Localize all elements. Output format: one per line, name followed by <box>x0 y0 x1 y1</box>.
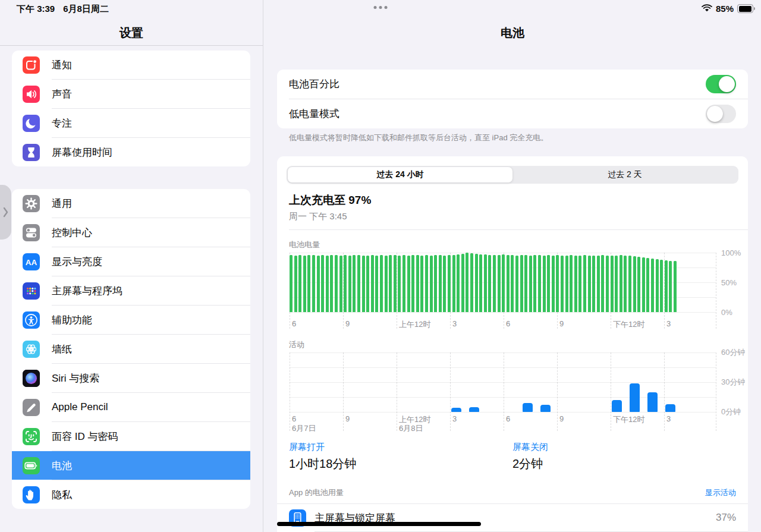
focus-icon <box>23 115 40 132</box>
show-activity-link[interactable]: 显示活动 <box>705 487 736 498</box>
segment-last-24h[interactable]: 过去 24 小时 <box>288 167 512 182</box>
low-power-mode-toggle[interactable] <box>706 105 736 123</box>
sidebar-item-apple-pencil[interactable]: Apple Pencil <box>12 393 250 421</box>
y-tick-label: 60分钟 <box>721 347 745 358</box>
battery-level-bar <box>366 256 369 312</box>
x-tick-label: 9 <box>559 319 564 328</box>
battery-level-bar <box>547 255 550 312</box>
x-tick-label: 3 <box>452 319 457 328</box>
battery-level-bar <box>398 256 401 312</box>
battery-level-bar <box>425 255 428 312</box>
battery-level-bar <box>561 256 564 312</box>
sidebar-item-face-id-passcode[interactable]: 面容 ID 与密码 <box>12 422 250 451</box>
battery-level-bar <box>646 258 649 312</box>
battery-level-bar <box>290 255 293 312</box>
battery-level-bar <box>498 255 501 312</box>
sidebar-group: 通知声音专注屏幕使用时间 <box>12 51 250 166</box>
battery-level-bar <box>416 255 419 312</box>
multitasking-dots-icon[interactable] <box>374 6 388 9</box>
gridline <box>290 367 716 368</box>
sidebar-item-label: 通知 <box>52 58 72 72</box>
x-tick-label: 9 <box>345 414 350 423</box>
sidebar-item-screen-time[interactable]: 屏幕使用时间 <box>12 138 250 166</box>
y-tick-label: 50% <box>721 278 737 287</box>
activity-bar <box>469 407 479 412</box>
sidebar-item-general[interactable]: 通用 <box>12 189 250 218</box>
battery-level-bar <box>475 254 478 312</box>
battery-level-bar <box>294 256 297 312</box>
battery-level-bar <box>570 255 573 312</box>
gridline <box>450 352 451 431</box>
screen-off-stat: 屏幕关闭 2分钟 <box>512 442 736 472</box>
battery-level-bar <box>452 255 455 312</box>
sidebar-item-home-screen-dock[interactable]: 主屏幕与程序坞 <box>12 276 250 305</box>
sidebar-item-siri-search[interactable]: Siri 与搜索 <box>12 364 250 392</box>
screen-on-value: 1小时18分钟 <box>289 456 512 472</box>
battery-level-bar <box>592 256 595 312</box>
battery-level-bar <box>321 255 324 312</box>
battery-level-bar <box>583 255 586 312</box>
battery-level-bar <box>303 256 306 312</box>
sidebar-item-label: 通用 <box>52 197 72 210</box>
activity-chart-title: 活动 <box>289 339 736 350</box>
sidebar-list[interactable]: 通知声音专注屏幕使用时间通用控制中心AA显示与亮度主屏幕与程序坞辅助功能墙纸Si… <box>0 46 263 532</box>
sidebar-item-label: 专注 <box>52 117 72 130</box>
battery-level-bar <box>651 259 654 312</box>
battery-level-bar <box>371 255 374 312</box>
battery-level-bar <box>552 256 555 312</box>
activity-bar <box>612 400 622 412</box>
battery-level-bar <box>307 255 310 312</box>
last-charge-subtitle: 周一 下午 3:45 <box>289 211 736 222</box>
slideover-handle[interactable] <box>0 185 11 240</box>
battery-level-bar <box>394 255 397 312</box>
battery-level-bar <box>502 254 505 312</box>
battery-level-bar <box>344 255 347 312</box>
sidebar-item-wallpaper[interactable]: 墙纸 <box>12 335 250 363</box>
low-power-footnote: 低电量模式将暂时降低如下载和邮件抓取等后台活动，直至 iPad 完全充电。 <box>289 133 736 142</box>
sidebar-item-display-brightness[interactable]: AA显示与亮度 <box>12 247 250 276</box>
sidebar-item-label: 辅助功能 <box>52 313 92 327</box>
activity-bar <box>647 392 658 412</box>
battery-level-bar <box>633 256 636 312</box>
ipad-screen: 下午 3:39 6月8日周二 85% 设置 通知声音专注屏幕使用时间通用控制中心… <box>0 0 761 532</box>
battery-level-chart-title: 电池电量 <box>289 240 736 250</box>
home-indicator[interactable] <box>277 522 481 526</box>
x-tick-sublabel: 6月7日 <box>292 423 316 434</box>
app-usage-header: App 的电池用量 <box>289 487 344 498</box>
sidebar-group: 通用控制中心AA显示与亮度主屏幕与程序坞辅助功能墙纸Siri 与搜索Apple … <box>12 189 250 509</box>
activity-bar <box>630 383 640 412</box>
faceid-icon <box>23 428 40 445</box>
battery-level-bar <box>326 256 329 312</box>
battery-level-bar <box>402 255 405 312</box>
sidebar-item-battery[interactable]: 电池 <box>12 451 250 480</box>
screen-time-icon <box>23 144 40 161</box>
gridline <box>716 253 716 329</box>
app-usage-percent: 37% <box>716 512 736 524</box>
sidebar-item-focus[interactable]: 专注 <box>12 109 250 137</box>
activity-bar <box>523 403 533 412</box>
screen-on-stat: 屏幕打开 1小时18分钟 <box>289 442 512 472</box>
sidebar-item-sounds[interactable]: 声音 <box>12 80 250 108</box>
siri-icon <box>23 370 40 387</box>
svg-text:AA: AA <box>26 257 37 266</box>
battery-percentage-toggle[interactable] <box>706 75 736 93</box>
control-center-icon <box>23 224 40 241</box>
y-tick-label: 100% <box>721 248 741 257</box>
battery-level-bar <box>298 255 301 312</box>
battery-level-bar <box>660 260 663 312</box>
sidebar-item-accessibility[interactable]: 辅助功能 <box>12 306 250 334</box>
page-title: 电池 <box>264 25 761 41</box>
sidebar-item-control-center[interactable]: 控制中心 <box>12 218 250 247</box>
activity-bar <box>665 404 675 412</box>
battery-level-chart: 69上午12时369下午12时3100%50%0% <box>277 253 748 329</box>
battery-level-bar <box>529 256 532 312</box>
status-time: 下午 3:39 <box>17 4 55 15</box>
x-tick-label: 6 <box>292 319 296 328</box>
activity-bar <box>451 408 461 412</box>
battery-level-bar <box>515 256 518 312</box>
gridline <box>290 382 716 383</box>
sidebar-item-privacy[interactable]: 隐私 <box>12 480 250 509</box>
segment-last-2days[interactable]: 过去 2 天 <box>512 167 737 182</box>
app-usage-row-home-lock-screen[interactable]: 主屏幕与锁定屏幕37% <box>277 504 748 531</box>
sidebar-item-notifications[interactable]: 通知 <box>12 51 250 79</box>
